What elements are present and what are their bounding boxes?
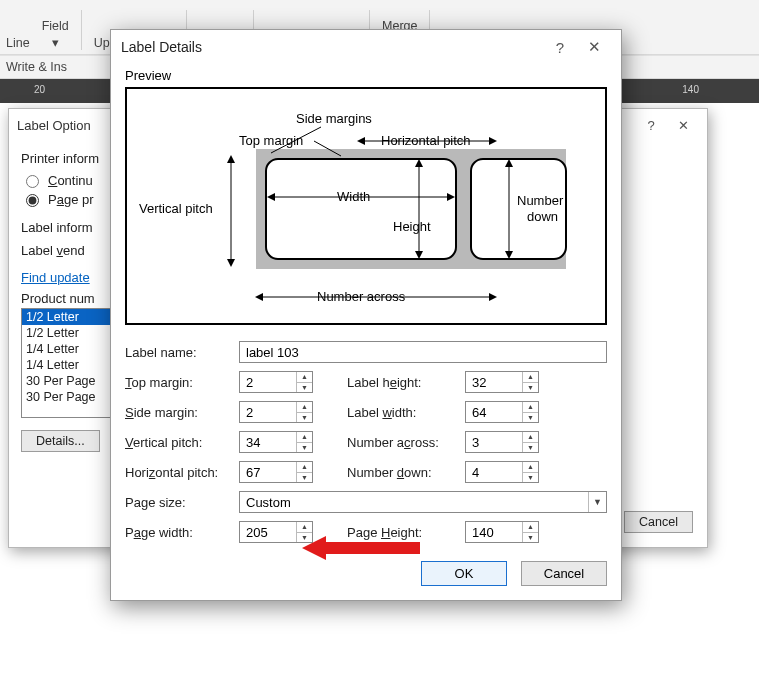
details-help-button[interactable]: ? <box>543 39 577 56</box>
number-across-input[interactable]: ▲▼ <box>465 431 539 453</box>
svg-marker-10 <box>489 137 497 145</box>
list-item: 30 Per Page <box>22 373 116 389</box>
spinner-up-icon: ▲ <box>297 372 312 383</box>
lbl-label-width: Label width: <box>347 405 465 420</box>
ribbon-write-ins: Write & Ins <box>6 60 67 74</box>
cancel-button[interactable]: Cancel <box>521 561 607 586</box>
lbl-side-margin: Side margin: <box>125 405 239 420</box>
svg-rect-1 <box>266 159 456 259</box>
label-width-input[interactable]: ▲▼ <box>465 401 539 423</box>
details-button[interactable]: Details... <box>21 430 100 452</box>
lbl-label-height: Label height: <box>347 375 465 390</box>
label-height-input[interactable]: ▲▼ <box>465 371 539 393</box>
preview-diagram: Side margins Top margin Horizontal pitch… <box>125 87 607 325</box>
label-name-input[interactable] <box>239 341 607 363</box>
lbl-number-across: Number across: <box>347 435 465 450</box>
svg-text:Height: Height <box>393 219 431 234</box>
top-margin-input[interactable]: ▲▼ <box>239 371 313 393</box>
page-width-input[interactable]: ▲▼ <box>239 521 313 543</box>
options-close-button[interactable]: ✕ <box>667 118 699 133</box>
product-listbox[interactable]: 1/2 Letter 1/2 Letter 1/4 Letter 1/4 Let… <box>21 308 117 418</box>
lbl-label-name: Label name: <box>125 345 239 360</box>
svg-marker-14 <box>227 259 235 267</box>
options-title: Label Option <box>17 118 91 133</box>
list-item: 1/2 Letter <box>22 325 116 341</box>
options-cancel-button[interactable]: Cancel <box>624 511 693 533</box>
options-help-button[interactable]: ? <box>635 118 667 133</box>
ribbon-line[interactable]: Line <box>6 36 30 50</box>
svg-text:Top margin: Top margin <box>239 133 303 148</box>
chevron-down-icon: ▼ <box>588 492 606 512</box>
lbl-number-down: Number down: <box>347 465 465 480</box>
svg-text:down: down <box>527 209 558 224</box>
svg-text:Side margins: Side margins <box>296 111 372 126</box>
details-close-button[interactable]: ✕ <box>577 38 611 56</box>
lbl-horizontal-pitch: Horizontal pitch: <box>125 465 239 480</box>
lbl-page-width: Page width: <box>125 525 239 540</box>
lbl-page-height: Page Height: <box>347 525 465 540</box>
label-details-dialog: Label Details ? ✕ Preview Side margins T… <box>110 29 622 601</box>
list-item: 1/2 Letter <box>22 309 116 325</box>
side-margin-input[interactable]: ▲▼ <box>239 401 313 423</box>
number-down-input[interactable]: ▲▼ <box>465 461 539 483</box>
lbl-vertical-pitch: Vertical pitch: <box>125 435 239 450</box>
details-title: Label Details <box>121 39 202 55</box>
spinner-down-icon: ▼ <box>297 383 312 393</box>
svg-marker-13 <box>227 155 235 163</box>
list-item: 1/4 Letter <box>22 341 116 357</box>
list-item: 30 Per Page <box>22 389 116 405</box>
preview-label: Preview <box>125 68 607 83</box>
lbl-top-margin: Top margin: <box>125 375 239 390</box>
vertical-pitch-input[interactable]: ▲▼ <box>239 431 313 453</box>
page-size-combo[interactable]: Custom ▼ <box>239 491 607 513</box>
list-item: 1/4 Letter <box>22 357 116 373</box>
page-height-input[interactable]: ▲▼ <box>465 521 539 543</box>
svg-marker-30 <box>255 293 263 301</box>
svg-marker-9 <box>357 137 365 145</box>
horizontal-pitch-input[interactable]: ▲▼ <box>239 461 313 483</box>
svg-text:Number: Number <box>517 193 564 208</box>
ok-button[interactable]: OK <box>421 561 507 586</box>
ribbon-field[interactable]: Field ▾ <box>42 19 69 50</box>
svg-marker-31 <box>489 293 497 301</box>
svg-text:Vertical pitch: Vertical pitch <box>139 201 213 216</box>
lbl-page-size: Page size: <box>125 495 239 510</box>
